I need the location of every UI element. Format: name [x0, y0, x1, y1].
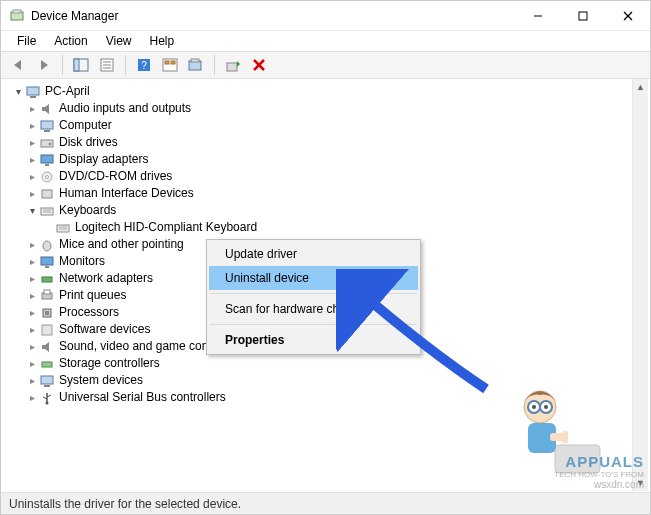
devices-view-button[interactable]: [159, 54, 181, 76]
expand-icon[interactable]: [25, 117, 39, 134]
maximize-button[interactable]: [560, 1, 605, 30]
tree-category-label: Network adapters: [59, 270, 153, 287]
expand-icon[interactable]: [25, 236, 39, 253]
expand-icon[interactable]: [25, 372, 39, 389]
keyboard-icon: [39, 203, 55, 219]
tree-category[interactable]: Audio inputs and outputs: [7, 100, 650, 117]
minimize-button[interactable]: [515, 1, 560, 30]
menu-file[interactable]: File: [9, 32, 44, 50]
keyboard-icon: [55, 220, 71, 236]
scan-hardware-button[interactable]: [185, 54, 207, 76]
expand-icon[interactable]: [11, 83, 25, 100]
expand-icon[interactable]: [25, 338, 39, 355]
expand-icon[interactable]: [25, 355, 39, 372]
disk-icon: [39, 135, 55, 151]
svg-rect-29: [44, 130, 50, 132]
svg-rect-50: [45, 311, 49, 315]
svg-marker-52: [42, 342, 49, 352]
expand-icon[interactable]: [25, 287, 39, 304]
watermark-tag1: TECH HOW-TO'S FROM: [554, 470, 644, 479]
svg-rect-55: [44, 385, 50, 387]
expand-icon[interactable]: [25, 100, 39, 117]
watermark-tag2: wsxdn.com: [554, 479, 644, 490]
svg-rect-26: [30, 96, 36, 98]
tree-category-keyboards[interactable]: Keyboards: [7, 202, 650, 219]
back-button[interactable]: [7, 54, 29, 76]
scroll-up-button[interactable]: ▲: [633, 79, 648, 95]
vertical-scrollbar[interactable]: ▲ ▼: [632, 79, 648, 491]
tree-device-label: Logitech HID-Compliant Keyboard: [75, 219, 257, 236]
forward-button[interactable]: [33, 54, 55, 76]
expand-icon[interactable]: [25, 270, 39, 287]
uninstall-device-button[interactable]: [248, 54, 270, 76]
collapse-icon[interactable]: [25, 202, 39, 219]
tree-category[interactable]: Computer: [7, 117, 650, 134]
monitor-icon: [39, 254, 55, 270]
display-icon: [39, 152, 55, 168]
expand-icon[interactable]: [25, 168, 39, 185]
tree-category-label: Processors: [59, 304, 119, 321]
properties-button[interactable]: [96, 54, 118, 76]
menu-action[interactable]: Action: [46, 32, 95, 50]
tree-category[interactable]: Storage controllers: [7, 355, 650, 372]
svg-rect-32: [41, 155, 53, 163]
tree-category-label: System devices: [59, 372, 143, 389]
context-properties[interactable]: Properties: [209, 328, 418, 352]
tree-category[interactable]: DVD/CD-ROM drives: [7, 168, 650, 185]
tree-category-label: Mice and other pointing: [59, 236, 184, 253]
svg-rect-20: [191, 59, 199, 62]
expand-icon[interactable]: [25, 253, 39, 270]
tree-category[interactable]: Display adapters: [7, 151, 650, 168]
expand-icon[interactable]: [25, 389, 39, 406]
window-title: Device Manager: [31, 9, 515, 23]
svg-marker-7: [41, 60, 48, 70]
menubar: File Action View Help: [1, 31, 650, 51]
software-icon: [39, 322, 55, 338]
svg-rect-28: [41, 121, 53, 129]
menu-help[interactable]: Help: [142, 32, 183, 50]
tree-category-label: Storage controllers: [59, 355, 160, 372]
context-separator: [210, 293, 417, 294]
svg-rect-69: [562, 431, 568, 443]
menu-view[interactable]: View: [98, 32, 140, 50]
hid-icon: [39, 186, 55, 202]
context-update-driver[interactable]: Update driver: [209, 242, 418, 266]
tree-category[interactable]: Disk drives: [7, 134, 650, 151]
svg-point-31: [49, 142, 52, 145]
expand-icon[interactable]: [25, 321, 39, 338]
expand-icon[interactable]: [25, 151, 39, 168]
svg-rect-36: [42, 190, 52, 198]
svg-point-66: [544, 405, 548, 409]
svg-marker-22: [237, 61, 240, 67]
tree-category-label: Display adapters: [59, 151, 148, 168]
app-icon: [9, 8, 25, 24]
svg-rect-25: [27, 87, 39, 95]
context-uninstall-device[interactable]: Uninstall device: [209, 266, 418, 290]
system-icon: [39, 373, 55, 389]
expand-icon[interactable]: [25, 304, 39, 321]
toolbar-separator: [125, 55, 126, 75]
update-driver-button[interactable]: [222, 54, 244, 76]
statusbar-text: Uninstalls the driver for the selected d…: [9, 497, 241, 511]
expand-icon[interactable]: [25, 185, 39, 202]
svg-rect-1: [13, 10, 21, 13]
context-menu: Update driver Uninstall device Scan for …: [206, 239, 421, 355]
svg-rect-48: [44, 290, 50, 294]
toolbar: ?: [1, 51, 650, 79]
svg-rect-45: [45, 266, 49, 268]
show-hide-console-tree-button[interactable]: [70, 54, 92, 76]
svg-point-43: [43, 241, 51, 251]
watermark-brand: APPUALS: [554, 453, 644, 470]
tree-device-selected[interactable]: Logitech HID-Compliant Keyboard: [7, 219, 650, 236]
context-scan-hardware[interactable]: Scan for hardware changes: [209, 297, 418, 321]
close-button[interactable]: [605, 1, 650, 30]
help-button[interactable]: ?: [133, 54, 155, 76]
svg-rect-54: [41, 376, 53, 384]
tree-root[interactable]: PC-April: [7, 83, 650, 100]
processor-icon: [39, 305, 55, 321]
expand-icon[interactable]: [25, 134, 39, 151]
tree-category-label: Print queues: [59, 287, 126, 304]
svg-rect-44: [41, 257, 53, 265]
tree-category[interactable]: Human Interface Devices: [7, 185, 650, 202]
dvd-icon: [39, 169, 55, 185]
